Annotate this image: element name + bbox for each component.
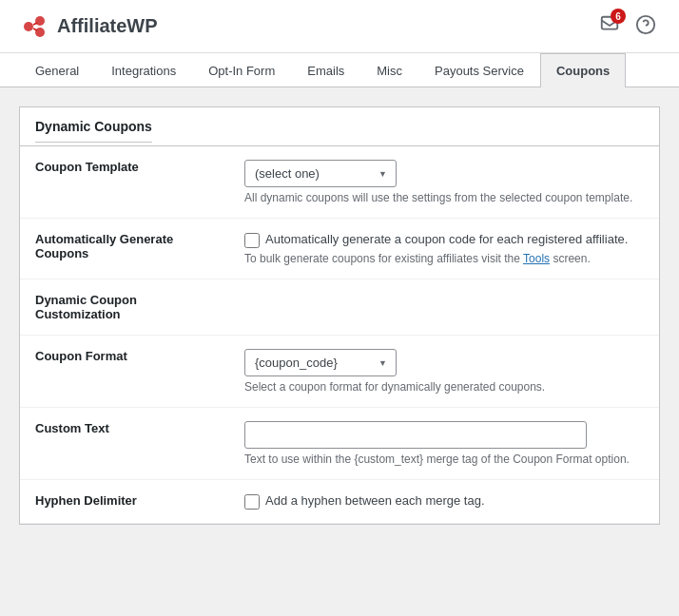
hyphen-delimiter-checkbox[interactable] bbox=[244, 494, 260, 510]
svg-point-2 bbox=[35, 28, 45, 37]
coupon-format-select[interactable]: {coupon_code} bbox=[244, 349, 397, 376]
tab-misc[interactable]: Misc bbox=[360, 53, 418, 87]
settings-card: Coupon Template (select one) All dynamic… bbox=[19, 145, 660, 525]
table-row: Dynamic Coupon Customization bbox=[20, 279, 659, 336]
table-row: Coupon Template (select one) All dynamic… bbox=[20, 146, 659, 219]
coupon-format-select-wrapper: {coupon_code} bbox=[244, 349, 397, 376]
main-content: Dynamic Coupons Coupon Template (select … bbox=[0, 87, 679, 544]
coupon-format-label: Coupon Format bbox=[35, 349, 127, 363]
affiliatewp-logo-icon bbox=[19, 11, 49, 42]
auto-generate-label: Automatically Generate Coupons bbox=[35, 232, 173, 260]
table-row: Hyphen Delimiter Add a hyphen between ea… bbox=[20, 480, 659, 524]
settings-table: Coupon Template (select one) All dynamic… bbox=[20, 146, 659, 524]
bulk-desc-prefix: To bulk generate coupons for existing af… bbox=[244, 252, 523, 265]
svg-line-4 bbox=[33, 29, 37, 30]
tab-integrations[interactable]: Integrations bbox=[95, 53, 192, 87]
header-actions: 6 bbox=[595, 10, 660, 42]
tools-link[interactable]: Tools bbox=[523, 252, 550, 265]
coupon-template-select-wrapper: (select one) bbox=[244, 160, 397, 187]
hyphen-delimiter-label: Hyphen Delimiter bbox=[35, 493, 137, 508]
hyphen-delimiter-checkbox-row: Add a hyphen between each merge tag. bbox=[244, 493, 644, 510]
section-dynamic-coupons-header: Dynamic Coupons bbox=[19, 106, 660, 145]
dynamic-customization-label: Dynamic Coupon Customization bbox=[35, 293, 137, 321]
table-row: Automatically Generate Coupons Automatic… bbox=[20, 219, 659, 279]
custom-text-description: Text to use within the {custom_text} mer… bbox=[244, 452, 644, 466]
nav-tabs: General Integrations Opt-In Form Emails … bbox=[0, 53, 679, 87]
svg-point-0 bbox=[24, 22, 33, 31]
auto-generate-checkbox-row: Automatically generate a coupon code for… bbox=[244, 232, 644, 248]
badge: 6 bbox=[611, 9, 626, 24]
tab-payouts-service[interactable]: Payouts Service bbox=[418, 53, 540, 87]
table-row: Custom Text Text to use within the {cust… bbox=[20, 408, 659, 480]
custom-text-input[interactable] bbox=[244, 421, 587, 449]
tab-coupons[interactable]: Coupons bbox=[540, 53, 626, 87]
section-title: Dynamic Coupons bbox=[35, 107, 152, 143]
logo-text: AffiliateWP bbox=[57, 15, 158, 37]
table-row: Coupon Format {coupon_code} Select a cou… bbox=[20, 336, 659, 408]
coupon-template-description: All dynamic coupons will use the setting… bbox=[244, 191, 644, 204]
logo: AffiliateWP bbox=[19, 11, 158, 42]
tab-emails[interactable]: Emails bbox=[291, 53, 360, 87]
svg-point-1 bbox=[35, 16, 45, 26]
header: AffiliateWP 6 bbox=[0, 0, 679, 53]
tab-general[interactable]: General bbox=[19, 53, 95, 87]
help-button[interactable] bbox=[631, 10, 660, 42]
coupon-template-label: Coupon Template bbox=[35, 160, 139, 174]
auto-generate-bulk-description: To bulk generate coupons for existing af… bbox=[244, 252, 644, 265]
auto-generate-checkbox-description: Automatically generate a coupon code for… bbox=[265, 232, 628, 246]
hyphen-delimiter-description: Add a hyphen between each merge tag. bbox=[265, 493, 485, 508]
coupon-template-select[interactable]: (select one) bbox=[244, 160, 397, 187]
bulk-desc-suffix: screen. bbox=[550, 252, 591, 265]
custom-text-label: Custom Text bbox=[35, 421, 109, 435]
notifications-button[interactable]: 6 bbox=[595, 10, 624, 42]
tab-opt-in-form[interactable]: Opt-In Form bbox=[192, 53, 291, 87]
coupon-format-description: Select a coupon format for dynamically g… bbox=[244, 380, 644, 394]
svg-line-3 bbox=[33, 23, 37, 25]
auto-generate-checkbox[interactable] bbox=[244, 233, 260, 248]
